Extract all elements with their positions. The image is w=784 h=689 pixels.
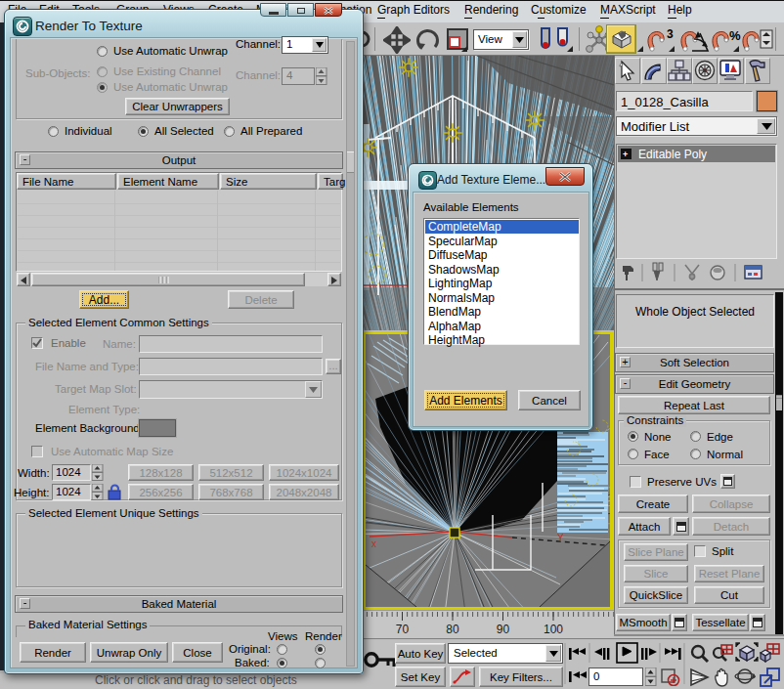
svg-text:100: 100 bbox=[544, 623, 563, 636]
svg-text:Y: Y bbox=[557, 533, 564, 543]
svg-text:70: 70 bbox=[396, 623, 410, 636]
svg-text:x: x bbox=[371, 538, 376, 549]
svg-text:80: 80 bbox=[446, 623, 459, 636]
svg-text:90: 90 bbox=[497, 623, 510, 636]
